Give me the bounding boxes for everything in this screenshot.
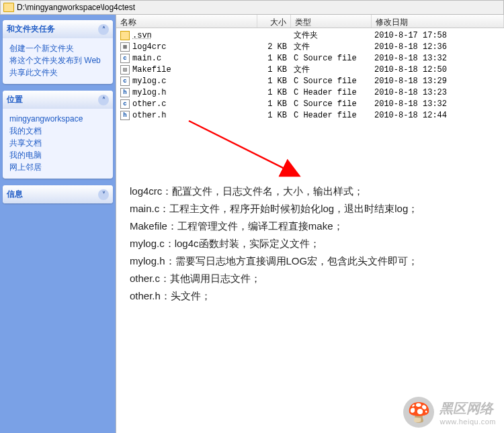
col-date-header[interactable]: 修改日期 (372, 15, 504, 28)
file-row[interactable]: .svn文件夹2010-8-17 17:58 (116, 30, 504, 41)
file-row[interactable]: ▦log4crc2 KB文件2010-8-18 12:36 (116, 41, 504, 52)
task-new-folder[interactable]: 创建一个新文件夹 (9, 42, 106, 54)
file-date: 2010-8-17 17:58 (372, 31, 504, 40)
file-type: C Header file (291, 88, 372, 97)
col-name-header[interactable]: 名称 (116, 15, 257, 28)
file-name: mylog.h (132, 88, 166, 97)
file-type: C Source file (291, 54, 372, 63)
file-icon: ▤ (120, 65, 130, 75)
file-size: 1 KB (257, 88, 291, 97)
file-name: .svn (132, 31, 152, 40)
file-date: 2010-8-18 13:29 (372, 77, 504, 86)
file-name: main.c (132, 54, 161, 63)
annotation-line: log4crc：配置文件，日志文件名，大小，输出样式； (130, 183, 497, 200)
sidebar: 和文件夹任务 ˄ 创建一个新文件夹 将这个文件夹发布到 Web 共享此文件夹 位… (0, 15, 116, 433)
panel-places: 位置 ˄ mingyangworkspace 我的文档 共享文档 我的电脑 网上… (3, 91, 113, 179)
file-name: mylog.c (132, 77, 166, 86)
file-type: C Header file (291, 111, 372, 120)
file-type: C Source file (291, 99, 372, 109)
chevron-up-icon: ˄ (98, 95, 109, 105)
file-row[interactable]: ▤Makefile1 KB文件2010-8-18 12:50 (116, 64, 504, 75)
file-date: 2010-8-18 13:32 (372, 99, 504, 109)
panel-header-details[interactable]: 信息 ˅ (3, 185, 113, 203)
task-publish-web[interactable]: 将这个文件夹发布到 Web (9, 54, 106, 66)
file-type: 文件 (291, 41, 372, 52)
file-date: 2010-8-18 13:23 (372, 88, 504, 97)
annotation-line: other.h：头文件； (130, 287, 497, 305)
col-size-header[interactable]: 大小 (257, 15, 291, 28)
address-text: D:\mingyangworkspace\log4ctest (17, 3, 135, 12)
file-icon: ▦ (120, 42, 130, 52)
file-row[interactable]: cmylog.c1 KBC Source file2010-8-18 13:29 (116, 75, 504, 87)
file-size: 1 KB (257, 77, 291, 86)
file-icon: h (120, 88, 130, 97)
chevron-down-icon: ˅ (98, 189, 109, 200)
file-date: 2010-8-18 12:50 (372, 65, 504, 75)
file-type: C Source file (291, 77, 372, 86)
annotations: log4crc：配置文件，日志文件名，大小，输出样式；main.c：工程主文件，… (130, 183, 497, 305)
place-my-documents[interactable]: 我的文档 (9, 125, 106, 137)
file-row[interactable]: hmylog.h1 KBC Header file2010-8-18 13:23 (116, 87, 504, 98)
panel-details: 信息 ˅ (3, 185, 113, 203)
file-row[interactable]: hother.h1 KBC Header file2010-8-18 12:44 (116, 109, 504, 121)
file-name: other.c (132, 99, 166, 109)
watermark-en: www.heiqu.com (439, 418, 496, 426)
column-headers: 名称 大小 类型 修改日期 (116, 15, 504, 28)
file-date: 2010-8-18 12:44 (372, 111, 504, 120)
file-type: 文件夹 (291, 30, 372, 41)
panel-title: 位置 (7, 94, 23, 105)
file-icon: c (120, 54, 130, 63)
annotation-line: mylog.c：log4c函数封装，实际定义文件； (130, 235, 497, 252)
annotation-line: other.c：其他调用日志文件； (130, 270, 497, 287)
place-my-computer[interactable]: 我的电脑 (9, 149, 106, 161)
watermark: 🍄 黑区网络 www.heiqu.com (403, 397, 496, 428)
panel-title: 信息 (7, 189, 23, 200)
task-share-folder[interactable]: 共享此文件夹 (9, 66, 106, 79)
file-icon: h (120, 111, 130, 120)
file-icon (120, 31, 130, 40)
annotation-line: main.c：工程主文件，程序开始时候初始化log，退出时结束log； (130, 200, 497, 218)
place-shared-docs[interactable]: 共享文档 (9, 137, 106, 149)
col-type-header[interactable]: 类型 (291, 15, 372, 28)
watermark-cn: 黑区网络 (439, 399, 496, 418)
file-size: 1 KB (257, 54, 291, 63)
place-network[interactable]: 网上邻居 (9, 161, 106, 173)
file-size: 1 KB (257, 65, 291, 75)
file-list: .svn文件夹2010-8-17 17:58▦log4crc2 KB文件2010… (116, 28, 504, 121)
address-bar[interactable]: D:\mingyangworkspace\log4ctest (0, 0, 504, 15)
file-name: log4crc (132, 42, 166, 52)
file-name: Makefile (132, 65, 171, 75)
file-size: 1 KB (257, 99, 291, 109)
svg-line-0 (189, 121, 296, 175)
file-name: other.h (132, 111, 166, 120)
file-date: 2010-8-18 12:36 (372, 42, 504, 52)
panel-header-tasks[interactable]: 和文件夹任务 ˄ (3, 20, 113, 38)
chevron-up-icon: ˄ (98, 24, 109, 35)
folder-icon (3, 3, 14, 12)
file-icon: c (120, 77, 130, 86)
file-icon: c (120, 99, 130, 109)
file-row[interactable]: cmain.c1 KBC Source file2010-8-18 13:32 (116, 52, 504, 64)
file-size: 2 KB (257, 42, 291, 52)
place-parent[interactable]: mingyangworkspace (9, 113, 106, 125)
annotation-line: mylog.h：需要写日志地方直接调用LOG宏，包含此头文件即可； (130, 252, 497, 270)
file-row[interactable]: cother.c1 KBC Source file2010-8-18 13:32 (116, 98, 504, 109)
file-size: 1 KB (257, 111, 291, 120)
annotation-line: Makefile：工程管理文件，编译工程直接make； (130, 218, 497, 235)
file-date: 2010-8-18 13:32 (372, 54, 504, 63)
panel-header-places[interactable]: 位置 ˄ (3, 91, 113, 109)
file-pane: 名称 大小 类型 修改日期 .svn文件夹2010-8-17 17:58▦log… (116, 15, 504, 433)
file-type: 文件 (291, 64, 372, 75)
panel-title: 和文件夹任务 (7, 23, 55, 35)
mushroom-icon: 🍄 (403, 397, 434, 428)
panel-tasks: 和文件夹任务 ˄ 创建一个新文件夹 将这个文件夹发布到 Web 共享此文件夹 (3, 20, 113, 84)
